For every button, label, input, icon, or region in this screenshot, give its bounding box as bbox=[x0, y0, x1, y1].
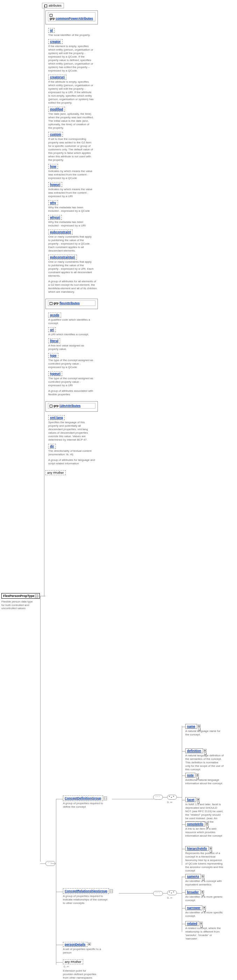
attributes-header: attributes bbox=[42, 3, 64, 7]
